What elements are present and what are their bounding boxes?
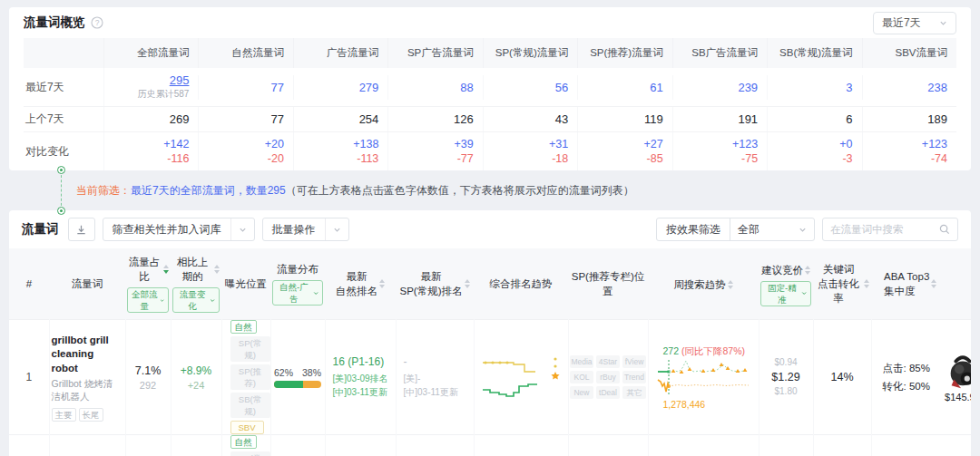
overview-corner bbox=[24, 45, 103, 62]
distribution-filter-tag[interactable]: 自然-广告 bbox=[272, 280, 323, 306]
click-conversion-rate: 12% bbox=[813, 435, 871, 456]
overview-value-link[interactable]: 295 bbox=[170, 73, 190, 87]
col-share-label: 流量占比 bbox=[127, 255, 162, 284]
overview-value-link[interactable]: 3 bbox=[846, 81, 852, 94]
keyword-search-input[interactable] bbox=[830, 224, 939, 235]
keyword-tag: 主要 bbox=[52, 408, 76, 422]
overview-value-link[interactable]: 88 bbox=[460, 81, 473, 94]
col-sp-line2: SP(常规)排名 bbox=[400, 284, 463, 298]
overview-value-link[interactable]: 239 bbox=[738, 81, 758, 94]
effect-filter-value: 全部 bbox=[738, 222, 760, 238]
effect-filter-select[interactable]: 全部 bbox=[730, 218, 814, 240]
row-index: 1 bbox=[9, 320, 49, 435]
overview-value-link[interactable]: 238 bbox=[927, 81, 947, 94]
sort-change[interactable] bbox=[214, 265, 220, 274]
col-distribution-label: 流量分布 bbox=[277, 264, 318, 275]
exposure-tag-sp-rec: SP(推荐) bbox=[230, 364, 270, 390]
exposure-tag-organic: 自然 bbox=[230, 320, 257, 334]
aba-product-1[interactable]: $145.99 bbox=[941, 353, 971, 403]
change-down: -74 bbox=[863, 152, 947, 165]
sort-sp-rank[interactable] bbox=[465, 279, 470, 288]
col-exposure: 曝光位置 bbox=[221, 248, 270, 320]
change-up[interactable]: +138 bbox=[294, 138, 378, 150]
change-down: -3 bbox=[768, 152, 852, 165]
overview-col: 全部流量词 bbox=[103, 38, 198, 68]
traffic-overview-card: 流量词概览 ? 最近7天 全部流量词 自然流量词 广告流量词 SP广告流量词 S… bbox=[9, 7, 971, 170]
keyword-text[interactable]: grillbot grill cleaning robot bbox=[52, 334, 122, 376]
col-rank-trend: 综合排名趋势 bbox=[474, 248, 568, 320]
col-week-search-trend: 周搜索趋势 bbox=[648, 248, 759, 320]
keyword-table: # 流量词 流量占比 全部流量 相比上期的 流量变化 曝光位置 流量分布 自然-… bbox=[9, 248, 971, 456]
change-up[interactable]: +123 bbox=[673, 138, 758, 150]
filter-note-hint: （可在上方表格点击蓝色字体数值，下方表格将展示对应的流量词列表） bbox=[286, 184, 634, 197]
col-organic-line2: 自然排名 bbox=[336, 284, 377, 298]
batch-actions-button[interactable]: 批量操作 bbox=[262, 218, 349, 241]
sort-aba[interactable] bbox=[931, 279, 936, 288]
bid-filter-label: 固定-精准 bbox=[765, 282, 799, 306]
search-icon[interactable] bbox=[939, 224, 950, 235]
col-organic-line1: 最新 bbox=[336, 269, 377, 284]
overview-value-link[interactable]: 61 bbox=[650, 81, 662, 94]
overview-value: 119 bbox=[577, 107, 671, 131]
overview-col: 自然流量词 bbox=[198, 38, 292, 68]
change-up[interactable]: +39 bbox=[388, 138, 473, 150]
change-up[interactable]: +0 bbox=[768, 138, 852, 150]
keyword-search-box bbox=[822, 218, 958, 241]
col-suggested-bid: 建议竞价 固定-精准 bbox=[759, 248, 813, 320]
chevron-down-icon bbox=[801, 290, 807, 296]
sort-bid[interactable] bbox=[805, 266, 810, 275]
overview-col: SP广告流量词 bbox=[387, 38, 482, 68]
filter-connector: 当前筛选：最近7天的全部流量词，数量295（可在上方表格点击蓝色字体数值，下方表… bbox=[9, 170, 971, 210]
change-filter-tag[interactable]: 流量变化 bbox=[172, 287, 220, 313]
change-down: -85 bbox=[578, 152, 662, 165]
current-filter-note: 当前筛选：最近7天的全部流量词，数量295（可在上方表格点击蓝色字体数值，下方表… bbox=[76, 183, 634, 199]
chevron-down-icon bbox=[333, 226, 341, 234]
sort-share[interactable] bbox=[163, 265, 169, 274]
period-selector[interactable]: 最近7天 bbox=[873, 12, 956, 34]
export-button[interactable] bbox=[68, 218, 95, 241]
filter-note-label: 当前筛选： bbox=[76, 184, 131, 197]
filter-note-value: 最近7天的全部流量词，数量295 bbox=[131, 184, 286, 197]
keyword-list-card: 流量词 筛查相关性并加入词库 批量操作 按效果筛选 全部 bbox=[9, 210, 971, 456]
col-organic-rank: 最新自然排名 bbox=[325, 248, 396, 320]
overview-title: 流量词概览 bbox=[24, 15, 85, 31]
bid-filter-tag[interactable]: 固定-精准 bbox=[760, 281, 811, 306]
exposure-positions: 自然 SP(常规) SP(推荐) SB(常规) SBV bbox=[222, 320, 270, 434]
overview-row-label: 上个7天 bbox=[24, 112, 103, 127]
keyword-section-title: 流量词 bbox=[22, 221, 59, 238]
sp-rec-tag: 4Star bbox=[596, 355, 620, 368]
help-icon[interactable]: ? bbox=[91, 16, 103, 29]
aba-click-share: 点击: 85% bbox=[883, 359, 930, 378]
sort-organic-rank[interactable] bbox=[379, 279, 385, 288]
sort-week-search[interactable] bbox=[728, 280, 733, 289]
chevron-down-icon bbox=[939, 19, 947, 27]
col-share: 流量占比 全部流量 bbox=[125, 248, 171, 320]
screen-relevance-button[interactable]: 筛查相关性并加入词库 bbox=[103, 218, 255, 241]
distribution-bar-organic bbox=[274, 381, 303, 388]
sp-rec-tag: Trend bbox=[622, 371, 646, 383]
change-up[interactable]: +20 bbox=[199, 138, 283, 150]
change-up[interactable]: +27 bbox=[578, 138, 662, 150]
change-down: -77 bbox=[388, 152, 473, 165]
rank-trend-chart bbox=[477, 350, 564, 403]
exposure-tag-sp-regular: SP(常规) bbox=[230, 336, 270, 362]
overview-value-link[interactable]: 77 bbox=[270, 81, 283, 94]
overview-value-link[interactable]: 56 bbox=[555, 81, 568, 94]
share-filter-tag[interactable]: 全部流量 bbox=[127, 287, 169, 313]
keyword-row: 1 grillbot grill cleaning robot Grillbot… bbox=[9, 320, 971, 435]
distribution-ad-pct: 38% bbox=[302, 367, 321, 378]
bid-suggested: $1.29 bbox=[760, 371, 813, 383]
change-up[interactable]: +142 bbox=[104, 138, 189, 150]
col-aba-line1: ABA Top3 bbox=[884, 269, 929, 284]
col-sp-rank: 最新SP(常规)排名 bbox=[396, 248, 474, 320]
change-up[interactable]: +123 bbox=[863, 138, 947, 150]
overview-value-link[interactable]: 279 bbox=[359, 81, 379, 94]
overview-row-recent: 最近7天 295历史累计587 77 279 88 56 61 239 3 23… bbox=[24, 68, 956, 107]
sort-cvr[interactable] bbox=[864, 279, 869, 288]
change-up[interactable]: +31 bbox=[484, 138, 568, 150]
row-index: 2 bbox=[9, 435, 49, 456]
exposure-positions: 自然 SP(常规) SP(推荐) SB(常规) SBV bbox=[222, 435, 270, 456]
sp-rec-tag: fView bbox=[622, 355, 646, 368]
keyword-translation: Grillbot 烧烤清洁机器人 bbox=[52, 378, 122, 403]
click-conversion-rate: 14% bbox=[813, 320, 871, 435]
